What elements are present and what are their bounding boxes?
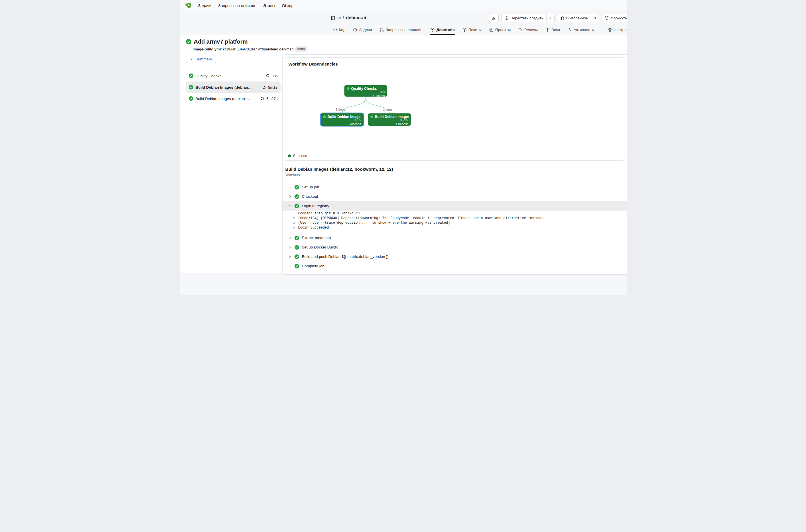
node-status-dot [370, 115, 373, 118]
job-duration: 5m27s [266, 97, 277, 101]
job-row-build-debian-12[interactable]: Build Debian Images (debian:... 5m2s [186, 81, 281, 93]
job-status-text: Успешно [285, 173, 626, 177]
step-set-up-job[interactable]: Set up job [283, 183, 627, 192]
graph-node-build-debian-11[interactable]: Build Debian Images (de... 5m27s Success [368, 113, 411, 126]
watch-count[interactable]: 2 [546, 14, 554, 22]
code-icon [333, 27, 337, 32]
job-detail-title: Build Debian Images (debian:12, bookworm… [285, 167, 626, 172]
chevron-right-icon [288, 195, 292, 198]
nav-item-pulls[interactable]: Запросы на слияние [219, 3, 257, 8]
star-count[interactable]: 0 [591, 14, 599, 22]
chevron-right-icon [288, 236, 292, 239]
package-icon [463, 27, 467, 32]
edge-label: ← 1 deps [379, 108, 393, 111]
repo-owner-link[interactable]: ci [338, 15, 341, 20]
pull-request-icon [380, 27, 384, 32]
check-circle-icon [189, 74, 193, 78]
tab-actions[interactable]: Действия [430, 24, 455, 35]
job-duration: 38s [272, 74, 278, 78]
nav-item-explore[interactable]: Обзор [282, 3, 293, 8]
check-circle-icon [295, 204, 299, 208]
fork-button[interactable]: Форкнуть [602, 14, 626, 22]
graph-edges [284, 70, 455, 151]
log-line-number[interactable]: 1 [283, 211, 295, 215]
step-build-and-push-debian[interactable]: Build and push Debian ${{ matrix.debian_… [283, 252, 627, 261]
repo-separator: / [343, 15, 344, 20]
watch-label: Перестать следить [510, 16, 543, 20]
check-circle-icon [295, 194, 299, 199]
graph-node-build-debian-12[interactable]: Build Debian Images (de... 5m2s Success [321, 113, 363, 126]
repo-name-link[interactable]: debian-ci [346, 15, 366, 20]
dependency-graph[interactable]: ← 1 deps ← 1 deps Quality Checks 38s Suc… [284, 70, 625, 151]
tab-settings[interactable]: Настройки [608, 24, 627, 35]
step-set-up-docker-buildx[interactable]: Set up Docker Buildx [283, 243, 627, 252]
rerun-icon[interactable] [262, 85, 266, 89]
nav-item-milestones[interactable]: Этапы [263, 3, 275, 8]
step-log-output: 1Logging into git.uls.labskb.ru... 2(nod… [283, 211, 627, 233]
nav-item-issues[interactable]: Задачи [198, 3, 211, 8]
log-line-number[interactable]: 3 [283, 221, 295, 225]
chevron-right-icon [288, 246, 292, 249]
workflow-dependencies-card: Workflow Dependencies ← 1 deps ← 1 deps … [284, 57, 625, 161]
graph-node-quality-checks[interactable]: Quality Checks 38s Success [344, 85, 387, 97]
chevron-right-icon [288, 264, 292, 268]
summary-button[interactable]: Summary [186, 55, 217, 63]
watch-icon [504, 16, 509, 20]
step-extract-metadata[interactable]: Extract metadata [283, 233, 627, 243]
log-line-number[interactable]: 2 [283, 216, 295, 220]
fork-label: Форкнуть [611, 16, 626, 20]
run-title: Add armv7 platform [194, 38, 248, 45]
tab-wiki[interactable]: Вики [545, 24, 560, 35]
commit-info: : коммит 50e9701d47 отправлено darkman [221, 47, 293, 51]
repo-tabs: Код Задачи Запросы на слияние Действия П… [180, 24, 627, 35]
pulse-icon [568, 27, 572, 32]
watch-button[interactable]: Перестать следить 2 [501, 14, 554, 22]
job-detail-header: Build Debian Images (debian:12, bookworm… [283, 161, 627, 180]
branch-badge[interactable]: main [295, 46, 307, 52]
repo-header: ci / debian-ci Перестать следить 2 [180, 12, 627, 35]
chevron-right-icon [288, 186, 292, 189]
star-icon [560, 16, 564, 20]
tab-issues[interactable]: Задачи [353, 24, 372, 35]
tab-activity[interactable]: Активность [568, 24, 594, 35]
rss-button[interactable] [489, 14, 499, 22]
job-row-build-debian-11[interactable]: Build Debian Images (debian:1... 5m27s [186, 93, 281, 104]
check-circle-icon [295, 254, 299, 259]
job-duration: 5m2s [268, 85, 277, 90]
sidebar-divider [186, 67, 281, 67]
log-line: 3(Use `node --trace-deprecation ...` to … [283, 221, 627, 226]
star-button[interactable]: В избранное 0 [557, 14, 599, 22]
book-icon [545, 27, 550, 32]
node-status-dot [323, 115, 326, 118]
settings-icon [608, 27, 612, 32]
repo-icon [331, 16, 336, 20]
tab-releases[interactable]: Релизы [518, 24, 538, 35]
log-line-number[interactable]: 4 [283, 226, 295, 229]
fork-icon [605, 16, 609, 20]
gitea-logo[interactable] [185, 2, 192, 9]
job-row-quality-checks[interactable]: Quality Checks 38s [186, 70, 281, 81]
step-login-to-registry[interactable]: Login to registry [283, 201, 627, 211]
tab-packages[interactable]: Пакеты [463, 24, 482, 35]
success-legend-label: Success [293, 154, 307, 158]
run-header: Add armv7 platform image-build.yml: комм… [180, 35, 627, 52]
repo-breadcrumb: ci / debian-ci [331, 15, 366, 20]
tab-code[interactable]: Код [333, 24, 345, 35]
rerun-icon[interactable] [260, 97, 264, 100]
rerun-icon[interactable] [266, 74, 270, 78]
star-label: В избранное [566, 16, 588, 20]
step-complete-job[interactable]: Complete job [283, 261, 627, 271]
graph-legend: Success [284, 151, 625, 160]
chevron-right-icon [288, 255, 292, 258]
step-checkout[interactable]: Checkout [283, 192, 627, 201]
project-icon [489, 27, 493, 32]
check-circle-icon [295, 236, 299, 240]
check-circle-icon [295, 264, 299, 268]
issue-icon [353, 27, 357, 32]
chevron-down-icon [288, 204, 292, 207]
tab-projects[interactable]: Проекты [489, 24, 511, 35]
success-legend-dot [288, 154, 291, 157]
run-subtitle: image-build.yml: коммит 50e9701d47 отпра… [193, 46, 627, 52]
log-line: 2(node:134) [DEP0040] DeprecationWarning… [283, 216, 627, 221]
tab-pull-requests[interactable]: Запросы на слияние [380, 24, 423, 35]
